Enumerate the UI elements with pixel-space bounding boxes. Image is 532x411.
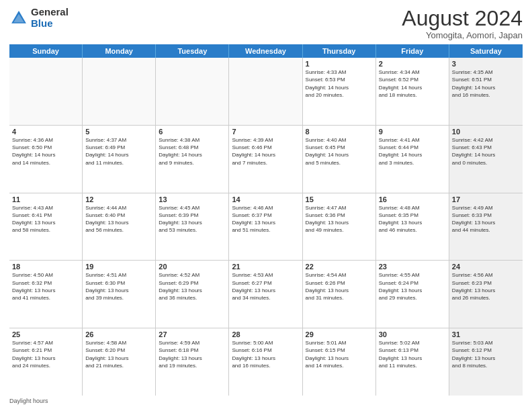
logo-text: General Blue <box>31 7 69 29</box>
day-info: Sunrise: 4:44 AM Sunset: 6:40 PM Dayligh… <box>85 204 152 234</box>
day-number: 26 <box>85 330 152 338</box>
day-cell-14: 14Sunrise: 4:46 AM Sunset: 6:37 PM Dayli… <box>229 193 302 261</box>
day-cell-19: 19Sunrise: 4:51 AM Sunset: 6:30 PM Dayli… <box>83 261 156 328</box>
day-info: Sunrise: 4:59 AM Sunset: 6:18 PM Dayligh… <box>159 339 226 369</box>
day-info: Sunrise: 4:51 AM Sunset: 6:30 PM Dayligh… <box>85 271 152 302</box>
day-number: 2 <box>379 60 446 68</box>
day-info: Sunrise: 4:39 AM Sunset: 6:46 PM Dayligh… <box>232 136 299 167</box>
day-cell-1: 1Sunrise: 4:33 AM Sunset: 6:53 PM Daylig… <box>303 58 376 125</box>
calendar-row-5: 25Sunrise: 4:57 AM Sunset: 6:21 PM Dayli… <box>9 328 523 396</box>
empty-cell <box>156 58 229 125</box>
day-info: Sunrise: 5:01 AM Sunset: 6:15 PM Dayligh… <box>306 339 373 369</box>
day-number: 16 <box>379 195 446 203</box>
calendar-row-2: 4Sunrise: 4:36 AM Sunset: 6:50 PM Daylig… <box>9 126 523 193</box>
day-cell-31: 31Sunrise: 5:03 AM Sunset: 6:12 PM Dayli… <box>449 328 523 396</box>
logo-general: General <box>31 6 69 17</box>
day-cell-12: 12Sunrise: 4:44 AM Sunset: 6:40 PM Dayli… <box>83 193 156 261</box>
day-cell-7: 7Sunrise: 4:39 AM Sunset: 6:46 PM Daylig… <box>229 126 302 193</box>
calendar: SundayMondayTuesdayWednesdayThursdayFrid… <box>9 44 523 396</box>
calendar-row-1: 1Sunrise: 4:33 AM Sunset: 6:53 PM Daylig… <box>9 58 523 126</box>
day-cell-21: 21Sunrise: 4:53 AM Sunset: 6:27 PM Dayli… <box>229 261 302 328</box>
day-cell-23: 23Sunrise: 4:55 AM Sunset: 6:24 PM Dayli… <box>376 261 449 328</box>
day-number: 24 <box>452 263 520 271</box>
day-cell-16: 16Sunrise: 4:48 AM Sunset: 6:35 PM Dayli… <box>376 193 449 261</box>
day-number: 22 <box>306 263 373 271</box>
day-number: 31 <box>452 330 520 338</box>
day-number: 12 <box>85 195 152 203</box>
day-number: 7 <box>232 128 299 136</box>
day-info: Sunrise: 4:57 AM Sunset: 6:21 PM Dayligh… <box>12 339 79 369</box>
day-info: Sunrise: 4:41 AM Sunset: 6:44 PM Dayligh… <box>379 136 446 167</box>
day-number: 3 <box>452 60 520 68</box>
day-info: Sunrise: 4:55 AM Sunset: 6:24 PM Dayligh… <box>379 271 446 302</box>
day-info: Sunrise: 4:46 AM Sunset: 6:37 PM Dayligh… <box>232 204 299 234</box>
footer-note: Daylight hours <box>9 396 523 404</box>
day-info: Sunrise: 4:36 AM Sunset: 6:50 PM Dayligh… <box>12 136 79 167</box>
day-number: 20 <box>159 263 226 271</box>
day-info: Sunrise: 4:54 AM Sunset: 6:26 PM Dayligh… <box>306 271 373 302</box>
logo: General Blue <box>9 7 69 29</box>
day-cell-9: 9Sunrise: 4:41 AM Sunset: 6:44 PM Daylig… <box>376 126 449 193</box>
day-info: Sunrise: 4:40 AM Sunset: 6:45 PM Dayligh… <box>306 136 373 167</box>
logo-blue: Blue <box>31 17 53 29</box>
day-info: Sunrise: 4:33 AM Sunset: 6:53 PM Dayligh… <box>306 68 373 99</box>
day-info: Sunrise: 4:35 AM Sunset: 6:51 PM Dayligh… <box>452 68 520 99</box>
day-cell-24: 24Sunrise: 4:56 AM Sunset: 6:23 PM Dayli… <box>449 261 523 328</box>
month-year: August 2024 <box>402 7 523 30</box>
day-header-thursday: Thursday <box>303 44 376 58</box>
title-block: August 2024 Yomogita, Aomori, Japan <box>402 7 523 40</box>
day-info: Sunrise: 5:00 AM Sunset: 6:16 PM Dayligh… <box>232 339 299 369</box>
day-info: Sunrise: 4:43 AM Sunset: 6:41 PM Dayligh… <box>12 204 79 234</box>
day-cell-18: 18Sunrise: 4:50 AM Sunset: 6:32 PM Dayli… <box>9 261 83 328</box>
calendar-body: 1Sunrise: 4:33 AM Sunset: 6:53 PM Daylig… <box>9 58 523 396</box>
day-info: Sunrise: 4:47 AM Sunset: 6:36 PM Dayligh… <box>306 204 373 234</box>
day-cell-3: 3Sunrise: 4:35 AM Sunset: 6:51 PM Daylig… <box>449 58 523 125</box>
day-number: 17 <box>452 195 520 203</box>
day-info: Sunrise: 4:53 AM Sunset: 6:27 PM Dayligh… <box>232 271 299 302</box>
day-cell-28: 28Sunrise: 5:00 AM Sunset: 6:16 PM Dayli… <box>229 328 302 396</box>
header: General Blue August 2024 Yomogita, Aomor… <box>9 7 523 40</box>
day-cell-22: 22Sunrise: 4:54 AM Sunset: 6:26 PM Dayli… <box>303 261 376 328</box>
day-info: Sunrise: 4:37 AM Sunset: 6:49 PM Dayligh… <box>85 136 152 167</box>
day-header-wednesday: Wednesday <box>229 44 302 58</box>
day-info: Sunrise: 5:03 AM Sunset: 6:12 PM Dayligh… <box>452 339 520 369</box>
day-cell-29: 29Sunrise: 5:01 AM Sunset: 6:15 PM Dayli… <box>303 328 376 396</box>
day-cell-27: 27Sunrise: 4:59 AM Sunset: 6:18 PM Dayli… <box>156 328 229 396</box>
day-info: Sunrise: 4:50 AM Sunset: 6:32 PM Dayligh… <box>12 271 79 302</box>
day-number: 25 <box>12 330 79 338</box>
day-cell-15: 15Sunrise: 4:47 AM Sunset: 6:36 PM Dayli… <box>303 193 376 261</box>
day-header-sunday: Sunday <box>9 44 83 58</box>
calendar-header: SundayMondayTuesdayWednesdayThursdayFrid… <box>9 44 523 58</box>
day-number: 18 <box>12 263 79 271</box>
day-cell-11: 11Sunrise: 4:43 AM Sunset: 6:41 PM Dayli… <box>9 193 83 261</box>
day-number: 4 <box>12 128 79 136</box>
day-cell-17: 17Sunrise: 4:49 AM Sunset: 6:33 PM Dayli… <box>449 193 523 261</box>
calendar-row-3: 11Sunrise: 4:43 AM Sunset: 6:41 PM Dayli… <box>9 193 523 261</box>
day-cell-26: 26Sunrise: 4:58 AM Sunset: 6:20 PM Dayli… <box>83 328 156 396</box>
day-number: 21 <box>232 263 299 271</box>
day-cell-6: 6Sunrise: 4:38 AM Sunset: 6:48 PM Daylig… <box>156 126 229 193</box>
day-number: 23 <box>379 263 446 271</box>
day-number: 8 <box>306 128 373 136</box>
day-cell-20: 20Sunrise: 4:52 AM Sunset: 6:29 PM Dayli… <box>156 261 229 328</box>
day-cell-13: 13Sunrise: 4:45 AM Sunset: 6:39 PM Dayli… <box>156 193 229 261</box>
day-number: 28 <box>232 330 299 338</box>
day-number: 10 <box>452 128 520 136</box>
day-number: 13 <box>159 195 226 203</box>
empty-cell <box>229 58 302 125</box>
day-cell-8: 8Sunrise: 4:40 AM Sunset: 6:45 PM Daylig… <box>303 126 376 193</box>
day-number: 30 <box>379 330 446 338</box>
day-cell-2: 2Sunrise: 4:34 AM Sunset: 6:52 PM Daylig… <box>376 58 449 125</box>
day-number: 9 <box>379 128 446 136</box>
day-number: 27 <box>159 330 226 338</box>
calendar-row-4: 18Sunrise: 4:50 AM Sunset: 6:32 PM Dayli… <box>9 261 523 328</box>
day-info: Sunrise: 4:48 AM Sunset: 6:35 PM Dayligh… <box>379 204 446 234</box>
day-cell-5: 5Sunrise: 4:37 AM Sunset: 6:49 PM Daylig… <box>83 126 156 193</box>
day-cell-4: 4Sunrise: 4:36 AM Sunset: 6:50 PM Daylig… <box>9 126 83 193</box>
day-number: 19 <box>85 263 152 271</box>
page: General Blue August 2024 Yomogita, Aomor… <box>0 0 532 411</box>
day-number: 6 <box>159 128 226 136</box>
day-header-monday: Monday <box>83 44 156 58</box>
day-number: 15 <box>306 195 373 203</box>
day-info: Sunrise: 4:45 AM Sunset: 6:39 PM Dayligh… <box>159 204 226 234</box>
